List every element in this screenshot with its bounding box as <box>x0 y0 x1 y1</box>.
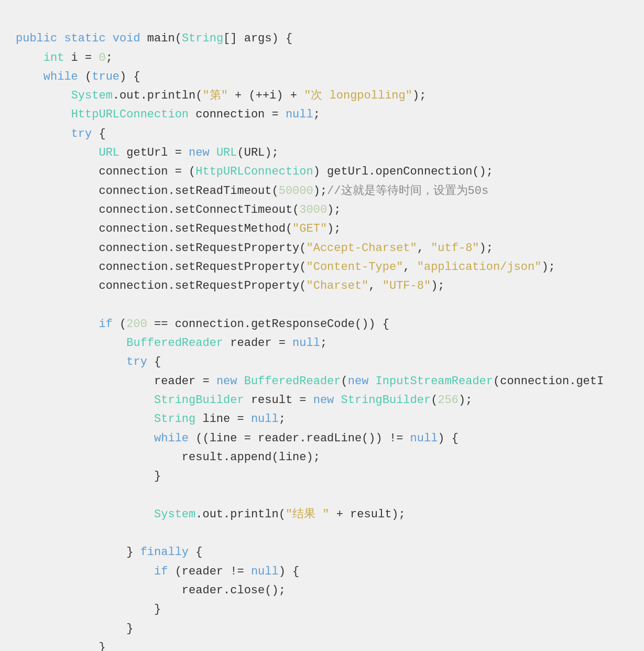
comment-wait: //这就是等待时间，设置为50s <box>327 185 488 198</box>
keyword-static: static <box>64 32 105 45</box>
class-system: System <box>71 89 113 102</box>
num-50000: 50000 <box>279 185 313 198</box>
keyword-true: true <box>92 70 119 83</box>
str-utf8-2: "UTF-8" <box>383 279 431 292</box>
type-httpcnn: HttpURLConnection <box>71 108 189 121</box>
keyword-while2: while <box>154 432 189 445</box>
type-int: int <box>43 51 64 64</box>
num-256: 256 <box>438 394 459 407</box>
keyword-new2: new <box>216 375 237 388</box>
type-url2: URL <box>216 146 237 159</box>
str-result: "结果 " <box>286 508 330 521</box>
keyword-try2: try <box>126 355 147 368</box>
keyword-null4: null <box>410 432 438 445</box>
str-utf8: "utf-8" <box>431 242 479 255</box>
type-bufread2: BufferedReader <box>244 375 341 388</box>
str-charset: "Charset" <box>307 279 369 292</box>
method-name: main <box>147 32 175 45</box>
keyword-finally: finally <box>140 546 189 559</box>
keyword-while: while <box>43 70 78 83</box>
keyword-null5: null <box>251 565 279 578</box>
keyword-null1: null <box>286 108 313 121</box>
str-di: "第" <box>202 89 227 102</box>
code-block: public static void main(String[] args) {… <box>16 10 628 651</box>
type-httpcnn2: HttpURLConnection <box>195 165 313 178</box>
type-string: String <box>154 413 195 426</box>
keyword-null2: null <box>292 337 320 350</box>
str-content-type: "Content-Type" <box>307 261 403 274</box>
class-system2: System <box>154 508 195 521</box>
num-3000: 3000 <box>299 203 327 216</box>
type-bufread: BufferedReader <box>126 337 223 350</box>
num-0: 0 <box>99 51 105 64</box>
type-isread: InputStreamReader <box>376 375 493 388</box>
str-accept: "Accept-Charset" <box>307 242 417 255</box>
num-200: 200 <box>126 318 147 331</box>
keyword-new1: new <box>189 146 210 159</box>
str-ci: "次 longpolling" <box>304 89 412 102</box>
keyword-if2: if <box>154 565 168 578</box>
code-container: public static void main(String[] args) {… <box>0 0 644 651</box>
keyword-new3: new <box>348 375 369 388</box>
keyword-null3: null <box>251 413 279 426</box>
type-string-arr: String <box>182 32 223 45</box>
type-url: URL <box>99 146 119 159</box>
keyword-if: if <box>99 318 112 331</box>
keyword-void: void <box>113 32 140 45</box>
str-json: "application/json" <box>417 261 542 274</box>
keyword-new4: new <box>313 394 334 407</box>
keyword-try1: try <box>71 127 92 140</box>
type-sb: StringBuilder <box>154 394 244 407</box>
str-get: "GET" <box>292 222 327 235</box>
type-sb2: StringBuilder <box>341 394 431 407</box>
keyword-public: public <box>16 32 57 45</box>
